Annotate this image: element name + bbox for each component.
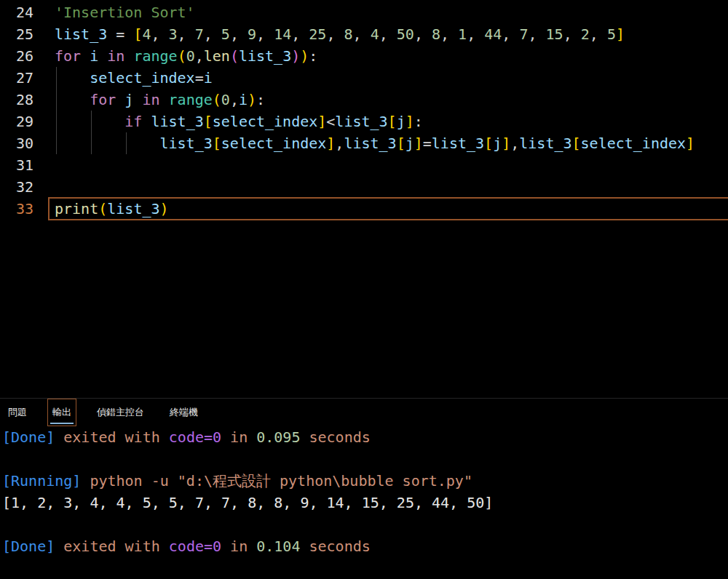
code-token: [ (572, 135, 581, 152)
tab-problems[interactable]: 問題 (4, 399, 31, 426)
output-line: [Running] python -u "d:\程式設計 python\bubb… (2, 470, 728, 492)
code-token: list_3 (432, 135, 484, 152)
code-token (124, 47, 133, 65)
output-token: [Done] (2, 428, 55, 446)
code-token: len (204, 47, 230, 65)
code-token: 8 (344, 25, 353, 43)
code-line[interactable]: 33print(list_3) (0, 198, 728, 220)
code-token: , (230, 25, 248, 43)
code-token: print (55, 200, 98, 217)
code-token: ] (502, 135, 510, 152)
line-number: 30 (0, 132, 33, 154)
code-token: , (326, 25, 344, 43)
code-token: 14 (274, 25, 291, 43)
code-line[interactable]: 30 list_3[select_index],list_3[j]=list_3… (0, 132, 728, 154)
code-token: ] (326, 135, 335, 152)
code-token: [ (484, 135, 493, 152)
code-text: list_3[select_index],list_3[j]=list_3[j]… (33, 132, 728, 154)
code-token: 4 (142, 25, 151, 43)
code-token: in (107, 47, 124, 65)
code-token: , (379, 25, 397, 43)
code-line[interactable]: 28 for j in range(0,i): (0, 89, 728, 111)
code-editor[interactable]: 24'Insertion Sort'25list_3 = [4, 3, 7, 5… (0, 0, 728, 398)
code-token: 'Insertion Sort' (55, 4, 195, 21)
code-line[interactable]: 31 (0, 154, 728, 176)
code-line[interactable]: 27 select_index=i (0, 67, 728, 89)
code-token: select_index (221, 135, 327, 152)
line-number: 29 (0, 111, 33, 132)
indent-guide (56, 67, 57, 89)
code-token: 5 (221, 25, 230, 43)
code-token: = (423, 135, 432, 152)
code-token: 8 (432, 25, 440, 43)
code-line[interactable]: 29 if list_3[select_index]<list_3[j]: (0, 111, 728, 132)
code-token: if (124, 113, 142, 130)
code-text: print(list_3) (33, 198, 728, 220)
code-text: if list_3[select_index]<list_3[j]: (33, 111, 728, 132)
line-number: 27 (0, 67, 33, 89)
code-token: for (90, 91, 116, 108)
code-token: , (256, 25, 274, 43)
code-token: , (414, 25, 432, 43)
output-content[interactable]: [Done] exited with code=0 in 0.095 secon… (0, 426, 728, 557)
output-line: [1, 2, 3, 4, 4, 5, 5, 7, 7, 8, 8, 9, 14,… (2, 492, 728, 514)
code-text: 'Insertion Sort' (33, 1, 728, 23)
tab-output[interactable]: 輸出 (48, 399, 76, 426)
code-line[interactable]: 24'Insertion Sort' (0, 1, 728, 23)
code-token: 5 (607, 25, 616, 43)
code-token: list_3 (160, 135, 213, 152)
code-token: 50 (397, 25, 414, 43)
code-token: , (563, 25, 581, 43)
output-token: python -u "d:\程式設計 python\bubble sort.py… (81, 472, 472, 490)
code-token: i (204, 69, 213, 87)
line-number: 26 (0, 45, 33, 67)
line-number: 32 (0, 176, 33, 198)
output-token: seconds (300, 428, 370, 446)
code-token: ] (405, 113, 414, 130)
code-token: , (440, 25, 458, 43)
code-token: list_3 (239, 47, 291, 65)
code-token: : (309, 47, 317, 65)
tab-debug-console[interactable]: 偵錯主控台 (92, 399, 149, 426)
output-token: [Done] (2, 538, 55, 555)
code-token (98, 47, 107, 65)
line-number: 24 (0, 1, 33, 23)
code-token (142, 113, 151, 130)
code-line[interactable]: 26for i in range(0,len(list_3)): (0, 45, 728, 67)
output-token: exited with (55, 428, 169, 446)
output-token: [1, 2, 3, 4, 4, 5, 5, 7, 7, 8, 8, 9, 14,… (2, 494, 493, 511)
code-token: select_index (213, 113, 318, 130)
code-token: 4 (371, 25, 379, 43)
tab-terminal[interactable]: 終端機 (165, 399, 202, 426)
code-token: list_3 (335, 113, 387, 130)
code-token: , (590, 25, 607, 43)
code-token: ] (317, 113, 326, 130)
output-line (2, 514, 728, 535)
code-token: , (502, 25, 519, 43)
code-token: ( (230, 47, 239, 65)
code-token (55, 113, 124, 130)
code-token: list_3 (344, 135, 396, 152)
output-line: [Done] exited with code=0 in 0.095 secon… (2, 426, 728, 448)
output-token: 0.095 (256, 428, 300, 446)
code-token: [ (397, 135, 405, 152)
code-token: j (397, 113, 405, 130)
code-token: , (467, 25, 484, 43)
output-token: 0.104 (256, 538, 300, 555)
code-token: list_3 (55, 25, 107, 43)
code-token: : (256, 91, 265, 108)
output-line (2, 448, 728, 470)
code-token (160, 91, 169, 108)
code-token: j (405, 135, 414, 152)
code-token: list_3 (519, 135, 571, 152)
code-token: [ (388, 113, 397, 130)
indent-guide (91, 132, 92, 154)
output-token: in (221, 428, 256, 446)
code-token: : (414, 113, 423, 130)
code-token (133, 91, 142, 108)
code-line[interactable]: 25list_3 = [4, 3, 7, 5, 9, 14, 25, 8, 4,… (0, 23, 728, 45)
code-token: 0 (221, 91, 230, 108)
code-token: select_index (90, 69, 195, 87)
code-line[interactable]: 32 (0, 176, 728, 198)
code-token: [ (204, 113, 213, 130)
